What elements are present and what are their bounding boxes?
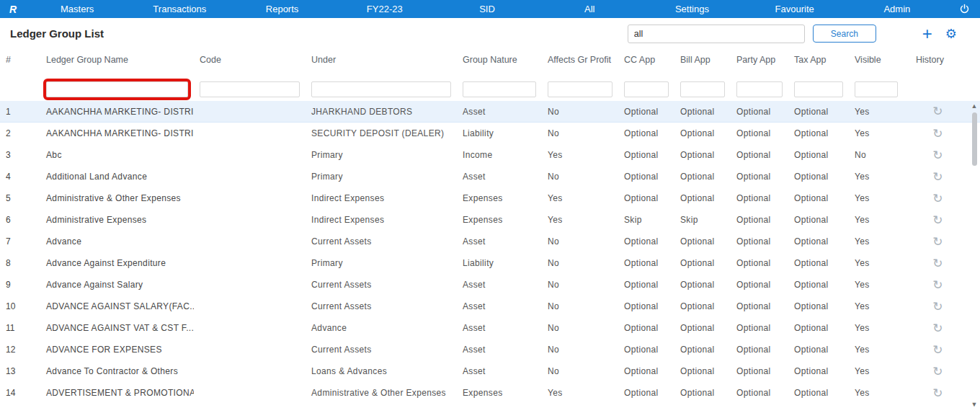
ledger-group-name: Additional Land Advance [40, 172, 194, 182]
history-icon[interactable]: ↺ [932, 192, 943, 205]
visible-value: Yes [849, 128, 904, 138]
logout-button[interactable] [948, 4, 980, 14]
nav-item-masters[interactable]: Masters [26, 4, 128, 14]
affects-gr-profit-value: No [542, 323, 618, 333]
group-nature-value: Asset [457, 301, 542, 311]
under-value: Advance [306, 323, 457, 333]
party-app-filter[interactable] [736, 81, 783, 97]
history-icon[interactable]: ↺ [932, 214, 943, 226]
table-scrollbar[interactable]: ▲ ▼ [970, 102, 979, 408]
col-header-bill-app: Bill App [674, 55, 731, 66]
cc-app-value: Optional [618, 236, 674, 247]
settings-gear-icon[interactable]: ⚙ [945, 26, 957, 42]
tax-app-value: Optional [788, 107, 849, 117]
tax-app-value: Optional [788, 215, 849, 225]
history-icon[interactable]: ↺ [932, 344, 943, 356]
cc-app-value: Optional [618, 345, 674, 355]
search-input[interactable] [628, 25, 805, 43]
table-row[interactable]: 12 ADVANCE FOR EXPENSES Current Assets A… [0, 339, 980, 360]
party-app-value: Optional [731, 128, 788, 138]
under-value: Current Assets [306, 301, 457, 311]
page-toolbar: Ledger Group List Search + ⚙ [0, 18, 980, 49]
nav-item-sid[interactable]: SID [436, 4, 538, 14]
tax-app-filter[interactable] [794, 81, 843, 97]
party-app-value: Optional [731, 366, 788, 376]
bill-app-filter[interactable] [680, 81, 725, 97]
history-icon[interactable]: ↺ [932, 236, 943, 248]
search-button[interactable]: Search [813, 25, 876, 43]
app-logo[interactable]: R [0, 4, 26, 15]
visible-filter[interactable] [855, 81, 898, 97]
cc-app-value: Skip [618, 215, 674, 225]
affects-gr-profit-value: Yes [542, 215, 618, 225]
history-icon[interactable]: ↺ [932, 128, 943, 140]
row-number: 2 [0, 128, 40, 138]
affects-gr-profit-filter[interactable] [548, 81, 612, 97]
party-app-value: Optional [731, 258, 788, 268]
table-row[interactable]: 5 Administrative & Other Expenses Indire… [0, 187, 980, 209]
row-number: 11 [0, 323, 40, 333]
main-menu: MastersTransactionsReportsFY22-23SIDAllS… [26, 4, 948, 14]
code-filter[interactable] [200, 81, 300, 97]
under-filter[interactable] [311, 81, 451, 97]
affects-gr-profit-value: No [542, 172, 618, 182]
tax-app-value: Optional [788, 345, 849, 355]
col-header-under: Under [306, 55, 457, 66]
history-icon[interactable]: ↺ [932, 301, 943, 313]
cc-app-value: Optional [618, 150, 674, 160]
table-row[interactable]: 9 Advance Against Salary Current Assets … [0, 274, 980, 296]
nav-item-all[interactable]: All [538, 4, 641, 14]
table-row[interactable]: 11 ADVANCE AGAINST VAT & CST F... Advanc… [0, 317, 980, 339]
visible-value: Yes [849, 388, 904, 398]
nav-item-fy22-23[interactable]: FY22-23 [334, 4, 436, 14]
history-icon[interactable]: ↺ [932, 387, 943, 399]
nav-item-favourite[interactable]: Favourite [744, 4, 846, 14]
cc-app-filter[interactable] [624, 81, 669, 97]
nav-item-admin[interactable]: Admin [846, 4, 948, 14]
table-row[interactable]: 4 Additional Land Advance Primary Asset … [0, 166, 980, 187]
table-row[interactable]: 3 Abc Primary Income Yes Optional Option… [0, 144, 980, 166]
table-row[interactable]: 10 ADVANCE AGAINST SALARY(FAC... Current… [0, 296, 980, 317]
bill-app-value: Optional [674, 388, 731, 398]
table-row[interactable]: 13 Advance To Contractor & Others Loans … [0, 360, 980, 382]
history-icon[interactable]: ↺ [932, 257, 943, 270]
table-row[interactable]: 6 Administrative Expenses Indirect Expen… [0, 209, 980, 231]
scrollbar-up-icon[interactable]: ▲ [970, 102, 979, 110]
history-icon[interactable]: ↺ [932, 279, 943, 291]
row-number: 9 [0, 280, 40, 290]
party-app-value: Optional [731, 323, 788, 333]
visible-value: Yes [849, 172, 904, 182]
under-value: Primary [306, 172, 457, 182]
table-row[interactable]: 1 AAKANCHHA MARKETING- DISTRI... JHARKHA… [0, 101, 980, 123]
app-logo-icon: R [9, 4, 17, 15]
add-ledger-group-icon[interactable]: + [922, 27, 932, 41]
row-number: 14 [0, 388, 40, 398]
cc-app-value: Optional [618, 301, 674, 311]
ledger-group-name-filter[interactable] [46, 81, 188, 97]
tax-app-value: Optional [788, 366, 849, 376]
history-icon[interactable]: ↺ [932, 322, 943, 334]
group-nature-value: Asset [457, 172, 542, 182]
history-icon[interactable]: ↺ [932, 105, 943, 117]
table-row[interactable]: 7 Advance Current Assets Asset No Option… [0, 231, 980, 252]
row-number: 3 [0, 150, 40, 160]
cc-app-value: Optional [618, 107, 674, 117]
scrollbar-thumb[interactable] [972, 112, 977, 166]
tax-app-value: Optional [788, 150, 849, 160]
scrollbar-down-icon[interactable]: ▼ [970, 401, 979, 408]
history-icon[interactable]: ↺ [932, 171, 943, 183]
table-row[interactable]: 2 AAKANCHHA MARKETING- DISTRI... SECURIT… [0, 123, 980, 144]
history-icon[interactable]: ↺ [932, 365, 943, 378]
nav-item-settings[interactable]: Settings [641, 4, 743, 14]
nav-item-transactions[interactable]: Transactions [128, 4, 231, 14]
nav-item-reports[interactable]: Reports [231, 4, 333, 14]
table-row[interactable]: 8 Advance Against Expenditure Primary Li… [0, 252, 980, 274]
bill-app-value: Optional [674, 345, 731, 355]
affects-gr-profit-value: No [542, 236, 618, 247]
table-filter-row [0, 78, 980, 101]
group-nature-filter[interactable] [463, 81, 536, 97]
history-icon[interactable]: ↺ [932, 149, 943, 161]
affects-gr-profit-value: No [542, 128, 618, 138]
table-row[interactable]: 14 ADVERTISEMENT & PROMOTIONA... Adminis… [0, 382, 980, 404]
col-header-code: Code [194, 55, 306, 66]
